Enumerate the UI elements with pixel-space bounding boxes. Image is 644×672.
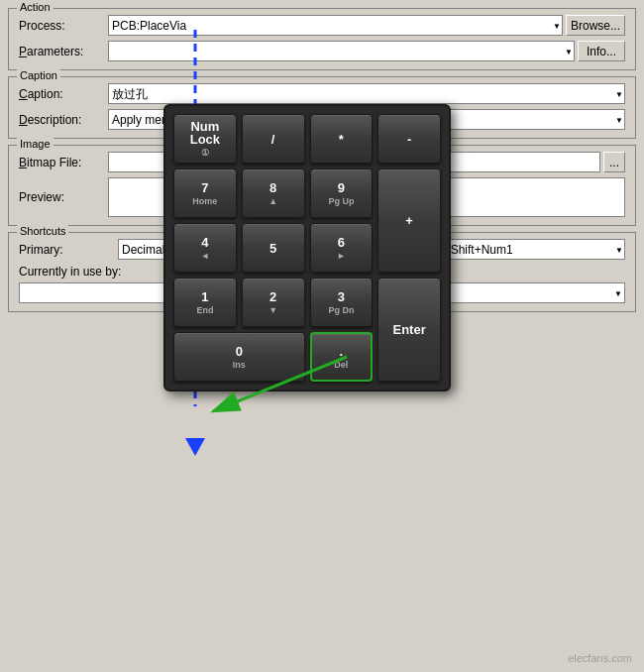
key5-main: 5: [269, 242, 276, 255]
numpad-enter[interactable]: Enter: [377, 278, 441, 382]
process-select[interactable]: PCB:PlaceVia: [108, 15, 563, 36]
numpad-9[interactable]: 9 Pg Up: [310, 168, 374, 218]
watermark: elecfans.com: [568, 652, 632, 664]
key0-main: 0: [236, 345, 243, 358]
process-input-group: PCB:PlaceVia ▼ Browse...: [108, 15, 625, 36]
key2-sub: ▼: [268, 305, 277, 315]
numpad-divide[interactable]: /: [242, 114, 305, 164]
process-label: Process:: [19, 19, 108, 33]
parameters-select-wrapper[interactable]: ▼: [108, 41, 575, 61]
key7-sub: Home: [192, 196, 217, 206]
key2-main: 2: [269, 290, 276, 303]
numpad-3[interactable]: 3 Pg Dn: [310, 278, 374, 327]
bitmap-rest: itmap File:: [27, 156, 81, 169]
key3-sub: Pg Dn: [328, 305, 354, 315]
numpad-grid: NumLock ① / * - 7 Home 8 ▲ 9: [173, 114, 441, 382]
minus-label: -: [407, 133, 411, 146]
numpad-numlock[interactable]: NumLock ①: [173, 114, 237, 164]
numlock-sub: ①: [201, 148, 209, 159]
plus-label: +: [405, 214, 413, 227]
numpad-4[interactable]: 4 ◄: [173, 223, 237, 273]
caption-row: Caption: 放过孔 ▼: [19, 83, 625, 104]
numpad-1[interactable]: 1 End: [173, 278, 237, 327]
process-select-wrapper[interactable]: PCB:PlaceVia ▼: [108, 15, 563, 36]
key7-main: 7: [201, 181, 208, 194]
parameters-rest: arameters:: [27, 45, 83, 58]
key6-sub: ►: [337, 251, 346, 261]
key8-sub: ▲: [268, 196, 277, 206]
numpad-dot[interactable]: . Del: [310, 332, 374, 382]
caption-rest: aption:: [28, 87, 63, 101]
key9-main: 9: [338, 181, 345, 194]
browse-button[interactable]: Browse...: [566, 15, 625, 36]
caption-section-label: Caption: [17, 69, 60, 81]
alternative-input-group: Ctrl+Shift+Num1 ▼: [421, 239, 625, 260]
numpad-multiply[interactable]: *: [310, 114, 374, 164]
process-row: Process: PCB:PlaceVia ▼ Browse...: [19, 15, 625, 36]
bitmap-label: Bitmap File:: [19, 156, 108, 169]
numpad-7[interactable]: 7 Home: [173, 168, 237, 218]
numpad-8[interactable]: 8 ▲: [242, 168, 305, 218]
parameters-row: Parameters: ▼ Info...: [19, 41, 625, 61]
key3-main: 3: [338, 290, 345, 303]
caption-underline: C: [19, 87, 28, 101]
shortcuts-section-label: Shortcuts: [17, 225, 68, 237]
bitmap-browse-button[interactable]: ...: [603, 152, 625, 172]
parameters-label: Parameters:: [19, 45, 108, 58]
desc-rest: escription:: [28, 113, 82, 127]
key1-sub: End: [196, 305, 213, 315]
key4-sub: ◄: [200, 251, 209, 261]
description-label: Description:: [19, 113, 108, 127]
caption-select-wrapper[interactable]: 放过孔 ▼: [108, 83, 625, 104]
enter-label: Enter: [393, 323, 426, 336]
key9-sub: Pg Up: [328, 196, 354, 206]
bitmap-underline: B: [19, 156, 27, 169]
key6-main: 6: [338, 236, 345, 249]
numpad-0[interactable]: 0 Ins: [173, 332, 305, 382]
preview-label: Preview:: [19, 190, 108, 204]
numpad-2[interactable]: 2 ▼: [242, 278, 305, 327]
action-section: Action Process: PCB:PlaceVia ▼ Browse...…: [8, 8, 636, 70]
main-container: Action Process: PCB:PlaceVia ▼ Browse...…: [0, 0, 644, 672]
key8-main: 8: [269, 181, 276, 194]
numpad-minus[interactable]: -: [377, 114, 441, 164]
parameters-select[interactable]: [108, 41, 575, 61]
dot-main: .: [340, 345, 344, 358]
desc-underline: D: [19, 113, 28, 127]
parameters-input-group: ▼ Info...: [108, 41, 625, 61]
numlock-label: NumLock: [190, 120, 220, 146]
dot-sub: Del: [334, 360, 348, 370]
divide-label: /: [271, 133, 275, 146]
image-section-label: Image: [17, 138, 54, 150]
alternative-select-wrapper[interactable]: Ctrl+Shift+Num1 ▼: [421, 239, 625, 260]
numpad-6[interactable]: 6 ►: [310, 223, 374, 273]
action-section-label: Action: [17, 1, 54, 13]
key1-main: 1: [201, 290, 208, 303]
multiply-label: *: [339, 133, 344, 146]
info-button[interactable]: Info...: [578, 41, 625, 61]
numpad-5[interactable]: 5: [242, 223, 305, 273]
alternative-select[interactable]: Ctrl+Shift+Num1: [421, 239, 625, 260]
key0-sub: Ins: [233, 360, 246, 370]
parameters-underline: P: [19, 45, 27, 58]
caption-select[interactable]: 放过孔: [108, 83, 625, 104]
key4-main: 4: [201, 236, 208, 249]
numpad-plus[interactable]: +: [377, 168, 441, 273]
caption-label: Caption:: [19, 87, 108, 101]
numpad-overlay: NumLock ① / * - 7 Home 8 ▲ 9: [163, 104, 451, 392]
primary-label: Primary:: [19, 243, 108, 257]
